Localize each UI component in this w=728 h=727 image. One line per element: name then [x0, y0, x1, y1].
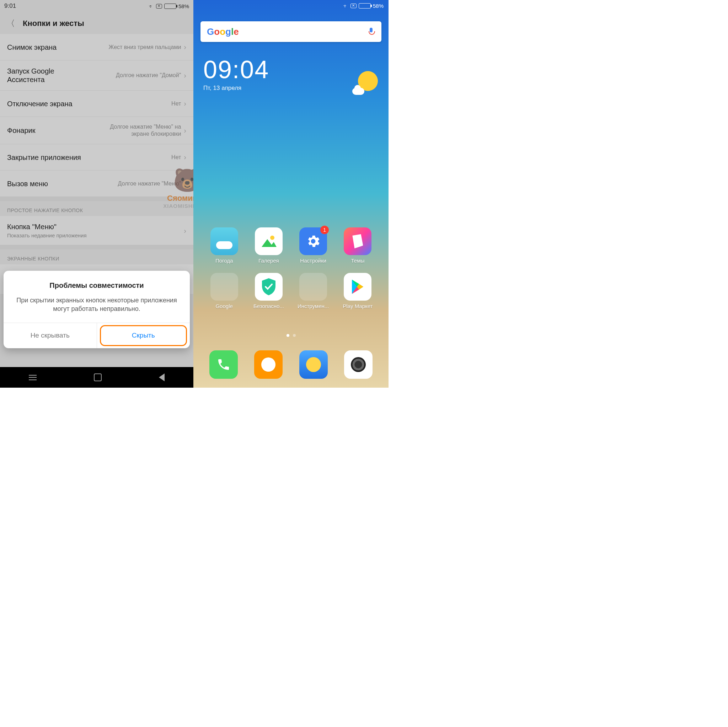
dock: [193, 348, 388, 388]
row-screenshot[interactable]: Снимок экрана Жест вниз тремя пальцами ›: [0, 34, 193, 60]
weather-widget[interactable]: [352, 71, 378, 97]
dock-camera[interactable]: [344, 350, 373, 379]
no-sim-icon: ✕: [156, 4, 162, 9]
title-bar: 〈 Кнопки и жесты: [0, 12, 193, 34]
confirm-button[interactable]: Скрыть: [97, 323, 190, 348]
no-sim-icon: ✕: [350, 3, 356, 8]
settings-screen: 9:01 ᯤ ✕ 58% 〈 Кнопки и жесты Снимок экр…: [0, 0, 193, 388]
nav-recents-icon[interactable]: [29, 375, 37, 380]
app-gallery[interactable]: Галерея: [246, 228, 291, 264]
chevron-right-icon: ›: [184, 43, 186, 51]
app-settings[interactable]: 1 Настройки: [291, 228, 336, 264]
row-close-app[interactable]: Закрытие приложения Нет ›: [0, 144, 193, 171]
section-header: ПРОСТОЕ НАЖАТИЕ КНОПОК: [0, 201, 193, 216]
row-assistant[interactable]: Запуск Google Ассистента Долгое нажатие …: [0, 60, 193, 91]
dialog-title: Проблемы совместимости: [13, 281, 180, 290]
status-bar: 9:01 ᯤ ✕ 58%: [0, 0, 193, 12]
battery-icon: [359, 3, 371, 9]
chevron-right-icon: ›: [184, 127, 186, 135]
themes-icon: [344, 228, 372, 255]
app-weather[interactable]: Погода: [202, 228, 246, 264]
dialog-message: При скрытии экранных кнопок некоторые пр…: [13, 296, 180, 313]
nav-home-icon[interactable]: [94, 373, 102, 381]
play-store-icon: [344, 273, 372, 301]
chevron-right-icon: ›: [184, 99, 186, 108]
wifi-icon: ᯤ: [148, 3, 154, 9]
weather-icon: [210, 228, 238, 255]
home-screen: ᯤ ✕ 58% Google 09:04 Пт, 13 апреля Погод…: [193, 0, 388, 388]
app-themes[interactable]: Темы: [336, 228, 380, 264]
app-security[interactable]: Безопасно...: [246, 273, 291, 309]
folder-tools[interactable]: Инструмен...: [291, 273, 336, 309]
compat-dialog: Проблемы совместимости При скрытии экран…: [3, 271, 190, 348]
google-search-widget[interactable]: Google: [200, 21, 381, 42]
svg-point-0: [270, 235, 274, 240]
folder-icon: [210, 273, 238, 301]
row-menu-button[interactable]: Кнопка "Меню" Показать недавние приложен…: [0, 216, 193, 245]
settings-list: Снимок экрана Жест вниз тремя пальцами ›…: [0, 34, 193, 197]
section-header: ЭКРАННЫЕ КНОПКИ: [0, 249, 193, 264]
chevron-right-icon: ›: [184, 72, 186, 79]
cancel-button[interactable]: Не скрывать: [3, 323, 97, 348]
security-icon: [255, 273, 283, 301]
badge: 1: [320, 226, 329, 234]
app-play-store[interactable]: Play Маркет: [336, 273, 380, 309]
app-grid: Погода Галерея 1 Настройки Темы G: [193, 228, 388, 309]
folder-icon: [299, 273, 327, 301]
wifi-icon: ᯤ: [343, 3, 348, 9]
folder-google[interactable]: Google: [202, 273, 246, 309]
page-dot-active: [286, 334, 289, 337]
gallery-icon: [255, 228, 283, 255]
chevron-right-icon: ›: [184, 153, 186, 161]
page-dot[interactable]: [293, 334, 296, 337]
battery-icon: [164, 3, 176, 9]
row-screen-off[interactable]: Отключение экрана Нет ›: [0, 91, 193, 117]
chevron-right-icon: ›: [184, 179, 186, 188]
nav-bar: [0, 367, 193, 388]
battery-percent: 58%: [373, 3, 384, 9]
cloud-icon: [352, 88, 364, 95]
highlight-ring: [100, 325, 187, 346]
dock-phone[interactable]: [210, 350, 238, 379]
chevron-right-icon: ›: [184, 226, 186, 235]
dock-browser[interactable]: [299, 350, 328, 379]
back-icon[interactable]: 〈: [6, 18, 15, 29]
settings-icon: 1: [299, 228, 327, 255]
status-icons: ᯤ ✕ 58%: [148, 3, 189, 9]
mic-icon[interactable]: [367, 28, 375, 35]
battery-percent: 58%: [179, 3, 189, 9]
nav-back-icon[interactable]: [159, 373, 165, 381]
row-flashlight[interactable]: Фонарик Долгое нажатие "Меню" на экране …: [0, 117, 193, 144]
page-indicator: [193, 334, 388, 337]
page-title: Кнопки и жесты: [23, 19, 84, 28]
row-menu-call[interactable]: Вызов меню Долгое нажатие "Меню" ›: [0, 171, 193, 197]
dock-messages[interactable]: [254, 350, 283, 379]
google-logo: Google: [207, 26, 239, 37]
status-bar: ᯤ ✕ 58%: [193, 0, 388, 11]
status-time: 9:01: [4, 3, 16, 9]
